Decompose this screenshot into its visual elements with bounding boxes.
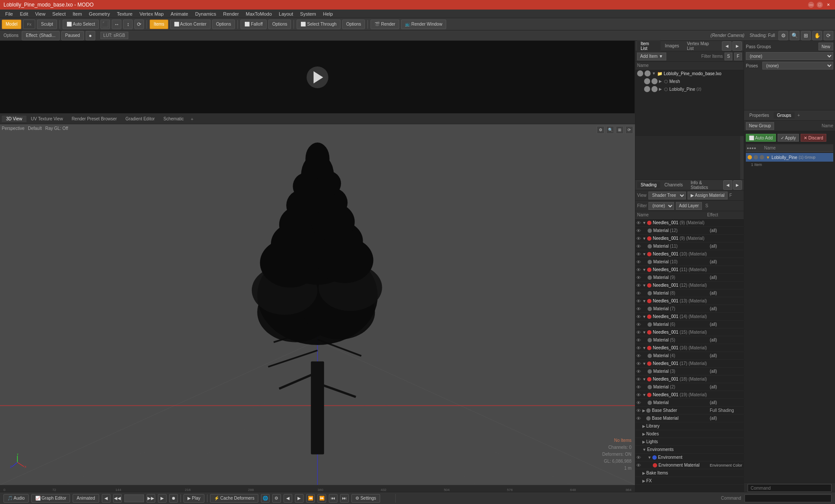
anim-icon7[interactable]: ⏮ [329,494,337,503]
eye-mat11[interactable]: 👁 [636,244,641,249]
filter-s-btn[interactable]: S [725,53,732,60]
shader-base-shader[interactable]: 👁 ▶ Base Shader Full Shading [635,407,744,414]
anim-next-btn[interactable]: ▶ [158,494,167,503]
eye-mat8[interactable]: 👁 [636,291,641,296]
tab-channels[interactable]: Channels [661,182,686,188]
select-through-btn[interactable]: ⬜ Select Through [297,20,340,29]
tab-properties[interactable]: Properties [746,112,773,119]
menu-layout[interactable]: Layout [275,10,297,17]
eye-mat6[interactable]: 👁 [636,322,641,327]
shader-library[interactable]: ▶ Library [635,422,744,430]
filter-none-select[interactable]: (none) [648,202,674,210]
settings-btn[interactable]: ⚙ Settings [351,494,380,503]
anim-icon4[interactable]: ▶ [295,494,304,503]
rotate-icon1[interactable]: ⟳ [824,31,833,40]
eye-mat12[interactable]: 👁 [636,228,641,233]
anim-next2-btn[interactable]: ▶▶ [147,494,155,503]
item-eye2-file[interactable] [645,70,651,76]
vp-search-btn[interactable]: 🔍 [606,126,614,134]
eye-mat4[interactable]: 👁 [636,353,641,358]
menu-vertex-map[interactable]: Vertex Map [136,10,167,17]
tab-uv-texture[interactable]: UV Texture View [27,116,67,122]
anim-icon5[interactable]: ⏪ [306,494,315,503]
shader-needles-13[interactable]: 👁 ▼ Needles_001 (13) (Material) [635,297,744,305]
assign-material-btn[interactable]: ▶ Assign Material [688,192,728,199]
menu-help[interactable]: Help [320,10,337,17]
discard-btn[interactable]: ✕ Discard [801,134,826,142]
falloff-btn[interactable]: ⬜ Falloff [240,20,267,29]
eye-16[interactable]: 👁 [636,345,641,351]
play-btn[interactable]: ▶ Play [184,494,204,503]
eye-env-material[interactable]: 👁 [636,463,641,468]
animated-btn[interactable]: Animated [73,494,99,503]
add-layer-btn[interactable]: Add Layer [676,202,702,210]
shading-collapse-btn[interactable]: ▶ [733,180,742,190]
shader-mat-2[interactable]: 👁 Material (2) (all) [635,383,744,391]
options-btn2[interactable]: Options [268,20,291,29]
shader-needles-17[interactable]: 👁 ▼ Needles_001 (17) (Material) [635,360,744,368]
transform-btn4[interactable]: ⟳ [134,20,144,29]
shader-environments[interactable]: ▼ Environments [635,446,744,454]
menu-texture[interactable]: Texture [114,10,136,17]
eye-10a[interactable]: 👁 [636,252,641,257]
options-btn3[interactable]: Options [342,20,365,29]
menu-select[interactable]: Select [49,10,69,17]
item-eye-file[interactable] [637,70,643,76]
eye-mat7[interactable]: 👁 [636,306,641,312]
auto-select-btn[interactable]: ⬜ Auto Select [63,20,99,29]
shader-needles-16[interactable]: 👁 ▼ Needles_001 (16) (Material) [635,344,744,352]
command-input-right[interactable] [748,484,832,492]
shader-mat-8[interactable]: 👁 Material (8) (all) [635,289,744,297]
shader-base-material[interactable]: 👁 ▶ Base Material (all) [635,414,744,422]
tab-3d-view[interactable]: 3D View [2,116,27,122]
new-group-props-btn[interactable]: New Group [746,122,774,130]
shader-lights[interactable]: ▶ Lights [635,438,744,446]
tab-shading[interactable]: Shading [637,182,660,188]
anim-icon1[interactable]: 🌐 [261,494,270,503]
transform-btn2[interactable]: ↔ [112,20,121,29]
model-btn[interactable]: Model [2,20,21,29]
menu-animate[interactable]: Animate [167,10,191,17]
sculpt-btn[interactable]: Fx [23,20,35,29]
groups-loblolly-row[interactable]: ▼ Loblolly_Pine (1) Group [746,153,833,162]
anim-prev2-btn[interactable]: ◀◀ [113,494,122,503]
shader-mat-10[interactable]: 👁 Material (10) (all) [635,258,744,266]
shader-mat-6[interactable]: 👁 Material (6) (all) [635,321,744,328]
minimize-btn[interactable]: — [808,2,814,8]
search-icon1[interactable]: 🔍 [790,31,799,40]
vp-rotate-btn[interactable]: ⟳ [625,126,633,134]
shader-environment[interactable]: 👁 ▼ Environment [635,454,744,461]
shader-needles-12[interactable]: 👁 ▼ Needles_001 (9) (Material) [635,219,744,227]
item-eye2-loblolly[interactable] [651,86,658,92]
effect-btn[interactable]: Effect: (Shadi... [22,31,59,40]
tab-groups[interactable]: Groups [774,112,795,119]
eye-mat2[interactable]: 👁 [636,385,641,390]
vp-maximize-btn[interactable]: ⊞ [616,126,624,134]
maximize-btn[interactable]: □ [817,2,823,8]
menu-edit[interactable]: Edit [17,10,32,17]
shader-fx[interactable]: ▶ FX [635,477,744,485]
item-list-expand-btn[interactable]: ◀ [722,41,731,51]
anim-icon8[interactable]: ⏭ [340,494,349,503]
render-window-btn[interactable]: 📺 Render Window [401,20,446,29]
menu-dynamics[interactable]: Dynamics [192,10,220,17]
menu-system[interactable]: System [297,10,320,17]
add-item-btn[interactable]: Add Item ▼ [637,53,666,60]
shader-needles-11a[interactable]: 👁 ▼ Needles_001 (11) (Material) [635,266,744,274]
shader-needles-11[interactable]: 👁 ▼ Needles_001 (9) (Material) [635,235,744,242]
item-list-scrollbar[interactable] [740,136,744,179]
tab-images[interactable]: Images [661,43,683,49]
anim-icon6[interactable]: ⏩ [317,494,326,503]
tab-vertex-map-list[interactable]: Vertex Map List [683,40,720,52]
shader-tree-select[interactable]: Shader Tree [648,192,686,199]
auto-add-btn[interactable]: ⬜ Auto Add [746,134,776,142]
tab-gradient[interactable]: Gradient Editor [121,116,159,122]
menu-render[interactable]: Render [220,10,242,17]
anim-prev-btn[interactable]: ◀ [102,494,110,503]
item-row-file[interactable]: ▼ 📁 Loblolly_Pine_modo_base.lxo [635,70,744,77]
cache-deformers-btn[interactable]: ⚡ Cache Deformers [210,494,258,503]
item-list-collapse-btn[interactable]: ▶ [732,41,742,51]
item-eye2-mesh[interactable] [651,78,658,84]
audio-btn[interactable]: 🎵 Audio [3,494,29,503]
menu-view[interactable]: View [32,10,49,17]
